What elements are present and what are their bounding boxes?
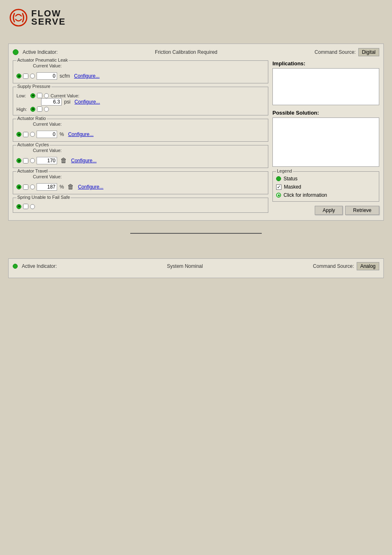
cycles-current-val-label: Current Value: bbox=[33, 148, 265, 153]
supply-low-checkbox[interactable] bbox=[37, 93, 42, 98]
ratio-radio-active[interactable] bbox=[16, 132, 21, 137]
supply-high-radio-2[interactable] bbox=[44, 107, 49, 112]
possible-solution-textarea[interactable] bbox=[272, 117, 379, 167]
pneumatic-radio-active[interactable] bbox=[16, 74, 21, 78]
group-actuator-travel: Actuator Travel Current Value: % 🗑 Confi… bbox=[13, 171, 268, 194]
apply-button[interactable]: Apply bbox=[315, 206, 343, 215]
active-indicator-label-2: Active Indicator: bbox=[22, 263, 57, 269]
supply-low-radio-active[interactable] bbox=[30, 93, 35, 98]
group-actuator-cycles: Actuator Cycles Current Value: 🗑 Configu… bbox=[13, 145, 268, 168]
travel-configure-link[interactable]: Configure... bbox=[78, 184, 104, 190]
high-label: High: bbox=[16, 107, 29, 112]
group-supply-pressure: Supply Pressure Low: Current Value: psi … bbox=[13, 87, 268, 115]
travel-unit: % bbox=[60, 184, 64, 190]
logo-wordmark: FLOW SERVE bbox=[31, 8, 66, 27]
status-text-1: Friction Calibration Required bbox=[62, 49, 310, 55]
supply-high-row: High: bbox=[16, 106, 265, 112]
legend-title: Legend bbox=[276, 168, 293, 173]
legend-masked-row: ✓ Masked bbox=[276, 184, 376, 190]
cycles-configure-link[interactable]: Configure... bbox=[71, 158, 97, 164]
group-actuator-ratio-title: Actuator Ratio bbox=[16, 116, 47, 121]
group-actuator-pneumatic-leak-title: Actuator Pneumatic Leak bbox=[16, 58, 69, 62]
spring-controls bbox=[16, 204, 265, 209]
legend-click-info-label: Click for information bbox=[284, 192, 327, 198]
command-source-label-1: Command Source: bbox=[315, 49, 356, 55]
divider-line bbox=[130, 233, 262, 234]
legend-click-info-radio[interactable] bbox=[276, 193, 281, 198]
group-spring-unable: Spring Unable to Fail Safe bbox=[13, 198, 268, 213]
cycles-value-input[interactable] bbox=[37, 157, 57, 164]
legend-masked-label: Masked bbox=[284, 184, 301, 190]
travel-checkbox[interactable] bbox=[23, 184, 28, 190]
main-panel-2: Active Indicator: System Nominal Command… bbox=[8, 258, 384, 278]
ratio-value-input[interactable] bbox=[37, 131, 57, 138]
spring-radio-active[interactable] bbox=[16, 204, 21, 209]
legend-click-info-row: Click for information bbox=[276, 192, 376, 198]
top-bar-2: Active Indicator: System Nominal Command… bbox=[13, 262, 379, 270]
left-panel-1: Actuator Pneumatic Leak Current Value: s… bbox=[13, 60, 268, 216]
implications-textarea[interactable] bbox=[272, 68, 379, 105]
cycles-radio-active[interactable] bbox=[16, 158, 21, 163]
travel-radio-active[interactable] bbox=[16, 184, 21, 189]
supply-low-radio-2[interactable] bbox=[44, 93, 49, 98]
cycles-radio-2[interactable] bbox=[30, 158, 35, 163]
cycles-trash-icon[interactable]: 🗑 bbox=[60, 157, 67, 164]
supply-low-row: Low: Current Value: bbox=[16, 93, 265, 98]
group-actuator-pneumatic-leak: Actuator Pneumatic Leak Current Value: s… bbox=[13, 60, 268, 83]
pneumatic-radio-2[interactable] bbox=[30, 74, 35, 78]
pneumatic-value-input[interactable] bbox=[37, 72, 57, 80]
legend-status-dot bbox=[276, 176, 281, 181]
pneumatic-configure-link[interactable]: Configure... bbox=[74, 73, 99, 79]
supply-configure-link[interactable]: Configure... bbox=[74, 99, 100, 105]
top-bar-1: Active Indicator: Friction Calibration R… bbox=[13, 48, 379, 56]
travel-controls: % 🗑 Configure... bbox=[16, 183, 265, 191]
active-indicator-label-1: Active Indicator: bbox=[23, 49, 58, 55]
command-source-area-2: Command Source: Analog bbox=[313, 262, 379, 270]
ratio-unit: % bbox=[60, 131, 64, 137]
supply-high-radio-active[interactable] bbox=[30, 107, 35, 112]
supply-high-checkbox[interactable] bbox=[37, 106, 42, 112]
supply-value-input[interactable] bbox=[41, 98, 62, 106]
main-panel-1: Active Indicator: Friction Calibration R… bbox=[8, 44, 384, 221]
cycles-controls: 🗑 Configure... bbox=[16, 157, 265, 164]
flowserve-logo-icon bbox=[8, 9, 29, 27]
travel-trash-icon[interactable]: 🗑 bbox=[67, 183, 74, 191]
group-supply-pressure-title: Supply Pressure bbox=[16, 84, 51, 89]
content-area-1: Actuator Pneumatic Leak Current Value: s… bbox=[13, 60, 379, 216]
legend-box: Legend Status ✓ Masked Click for informa… bbox=[272, 171, 379, 202]
spring-radio-2[interactable] bbox=[30, 204, 35, 209]
ratio-configure-link[interactable]: Configure... bbox=[68, 131, 94, 137]
pneumatic-controls: scfm Configure... bbox=[16, 72, 265, 80]
supply-unit: psi bbox=[64, 99, 70, 105]
ratio-checkbox[interactable] bbox=[23, 132, 28, 137]
pneumatic-unit: scfm bbox=[60, 73, 70, 79]
command-source-value-2: Analog bbox=[357, 262, 379, 270]
group-actuator-travel-title: Actuator Travel bbox=[16, 168, 48, 173]
group-spring-unable-title: Spring Unable to Fail Safe bbox=[16, 195, 71, 200]
pneumatic-checkbox[interactable] bbox=[23, 74, 28, 79]
group-actuator-ratio: Actuator Ratio Current Value: % Configur… bbox=[13, 119, 268, 142]
ratio-controls: % Configure... bbox=[16, 131, 265, 138]
spring-checkbox[interactable] bbox=[23, 204, 28, 209]
travel-radio-2[interactable] bbox=[30, 184, 35, 189]
button-row-1: Apply Retrieve bbox=[272, 206, 379, 215]
travel-current-val-label: Current Value: bbox=[33, 174, 265, 179]
low-label: Low: bbox=[16, 93, 29, 98]
pneumatic-current-val-label: Current Value: bbox=[33, 63, 265, 68]
ratio-radio-2[interactable] bbox=[30, 132, 35, 137]
ratio-current-val-label: Current Value: bbox=[33, 122, 265, 127]
legend-status-label: Status bbox=[284, 176, 297, 182]
legend-masked-checkbox[interactable]: ✓ bbox=[276, 184, 281, 190]
logo-serve-text: SERVE bbox=[31, 16, 66, 27]
implications-label: Implications: bbox=[272, 60, 379, 67]
cycles-checkbox[interactable] bbox=[23, 158, 28, 164]
travel-value-input[interactable] bbox=[37, 183, 57, 191]
possible-solution-label: Possible Solution: bbox=[272, 110, 379, 116]
active-indicator-dot-1 bbox=[13, 49, 18, 55]
legend-status-row: Status bbox=[276, 176, 376, 182]
group-actuator-cycles-title: Actuator Cycles bbox=[16, 142, 50, 147]
supply-value-row: psi Configure... bbox=[41, 98, 265, 106]
retrieve-button[interactable]: Retrieve bbox=[345, 206, 379, 215]
active-indicator-dot-2 bbox=[13, 264, 18, 269]
command-source-label-2: Command Source: bbox=[313, 263, 354, 269]
